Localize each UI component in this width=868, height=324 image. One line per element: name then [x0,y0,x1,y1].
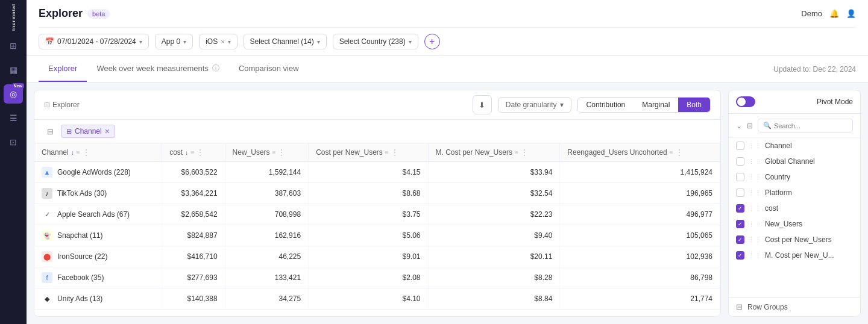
col-name-label: Cost per New_Users [765,235,853,244]
content-area: ⊟ Explorer ⬇ Date granularity ▾ Contribu… [27,83,868,324]
col-more-icon[interactable]: ⋮ [391,148,398,157]
column-list-item[interactable]: ✓ ⋮⋮ cost [729,201,860,216]
platform-filter[interactable]: iOS × ▾ [199,34,237,49]
notification-icon[interactable]: 🔔 [829,9,839,18]
col-name-label: New_Users [765,220,853,228]
cell-new-users: 133,421 [225,267,309,288]
col-more-icon[interactable]: ⋮ [83,148,90,157]
col-checkbox[interactable] [736,142,744,150]
col-more-icon[interactable]: ⋮ [521,148,528,157]
channel-filter[interactable]: Select Channel (14) ▾ [244,34,327,49]
add-filter-button[interactable]: + [424,34,440,49]
sort-desc-icon[interactable]: ↓ [185,149,188,156]
cell-cost: $140,388 [162,288,225,310]
cell-reengaged: 196,965 [560,183,720,204]
cell-cost: $3,364,221 [162,183,225,204]
col-checkbox[interactable]: ✓ [736,220,744,228]
drag-handle-icon[interactable]: ⋮⋮ [748,220,761,228]
cell-cost: $6,603,522 [162,162,225,183]
sidebar-icon-settings[interactable]: ⊡ [4,132,23,152]
col-checkbox[interactable]: ✓ [736,235,744,244]
col-checkbox[interactable]: ✓ [736,204,744,213]
cell-channel: ◆ Unity Ads (13) [34,288,162,310]
contribution-toggle[interactable]: Contribution [578,98,634,112]
sidebar-icon-grid[interactable]: ⊞ [4,36,23,55]
column-list-item[interactable]: ⋮⋮ Platform [729,185,860,201]
app-filter[interactable]: App 0 ▾ [155,34,193,49]
drag-handle-icon[interactable]: ⋮⋮ [748,158,761,166]
sidebar-icon-chart[interactable]: ▦ [4,60,23,79]
date-range-filter[interactable]: 📅 07/01/2024 - 07/28/2024 ▾ [39,34,149,49]
cell-m-cost-per-new: $22.23 [428,204,560,225]
expand-filters-icon[interactable]: ⊟ [44,125,56,137]
cell-cost: $824,887 [162,225,225,246]
date-granularity-dropdown[interactable]: Date granularity ▾ [498,97,571,113]
table-row: 👻 Snapchat (11) $824,887 162,916 $5.06 $… [34,225,720,246]
info-icon: ⓘ [212,63,219,73]
expand-all-icon[interactable]: ⌄ [736,122,742,130]
sidebar-icon-explore[interactable]: ◎ New [4,84,23,104]
col-filter-icon[interactable]: ≡ [670,149,673,156]
col-checkbox[interactable] [736,157,744,166]
drag-handle-icon[interactable]: ⋮⋮ [748,142,761,150]
cell-channel: 👻 Snapchat (11) [34,225,162,246]
col-checkbox[interactable] [736,173,744,181]
col-more-icon[interactable]: ⋮ [676,148,683,157]
column-list: ⋮⋮ Channel ⋮⋮ Global Channel ⋮⋮ Country … [729,138,860,297]
column-list-item[interactable]: ✓ ⋮⋮ Cost per New_Users [729,232,860,248]
column-search-input[interactable] [774,122,848,129]
column-list-item[interactable]: ⋮⋮ Country [729,169,860,185]
col-checkbox[interactable] [736,188,744,197]
pivot-mode-toggle[interactable] [736,96,755,107]
column-list-item[interactable]: ✓ ⋮⋮ New_Users [729,216,860,232]
col-filter-icon[interactable]: ≡ [515,149,518,156]
col-filter-icon[interactable]: ≡ [385,149,389,156]
column-list-item[interactable]: ✓ ⋮⋮ M. Cost per New_U... [729,248,860,263]
cell-reengaged: 496,977 [560,204,720,225]
drag-handle-icon[interactable]: ⋮⋮ [748,205,761,213]
country-filter-value: Select Country (238) [339,37,406,46]
logo: incrmntal [4,7,23,26]
tab-comparison[interactable]: Comparison view [229,56,309,82]
sidebar-icon-list[interactable]: ☰ [4,108,23,128]
cell-new-users: 708,998 [225,204,309,225]
column-controls: ⌄ ⊟ 🔍 [729,114,860,138]
marginal-toggle[interactable]: Marginal [634,98,678,112]
both-toggle[interactable]: Both [678,98,710,112]
column-list-item[interactable]: ⋮⋮ Channel [729,138,860,154]
user-avatar-icon[interactable]: 👤 [846,9,856,18]
close-icon[interactable]: × [221,38,224,45]
cell-channel: ⬤ IronSource (22) [34,246,162,267]
header-title: Explorer beta [39,7,110,20]
col-filter-icon[interactable]: ≡ [190,149,194,156]
collapse-all-icon[interactable]: ⊟ [747,122,753,130]
row-groups: ⊟ Row Groups [729,297,860,316]
drag-handle-icon[interactable]: ⋮⋮ [748,252,761,260]
col-name-label: Channel [765,142,853,150]
cell-channel: ✓ Apple Search Ads (67) [34,204,162,225]
download-button[interactable]: ⬇ [473,95,492,114]
cell-cost-per-new: $5.06 [309,225,428,246]
col-name-label: M. Cost per New_U... [765,251,853,260]
col-more-icon[interactable]: ⋮ [197,148,204,157]
data-table-container: Channel ↓ ≡ ⋮ cost ↓ [34,143,720,316]
tab-wow[interactable]: Week over week measurements ⓘ [87,56,228,82]
tab-explorer[interactable]: Explorer [39,56,87,82]
tabs-left: Explorer Week over week measurements ⓘ C… [39,56,309,82]
drag-handle-icon[interactable]: ⋮⋮ [748,173,761,181]
tab-wow-label: Week over week measurements [96,64,208,73]
col-filter-icon[interactable]: ≡ [77,149,80,156]
drag-handle-icon[interactable]: ⋮⋮ [748,236,761,244]
drag-handle-icon[interactable]: ⋮⋮ [748,189,761,197]
cell-reengaged: 86,798 [560,267,720,288]
col-new-users: New_Users ≡ ⋮ [225,143,309,162]
col-name-label: Platform [765,188,853,197]
column-list-item[interactable]: ⋮⋮ Global Channel [729,154,860,169]
remove-filter-icon[interactable]: × [105,127,110,136]
country-filter[interactable]: Select Country (238) ▾ [333,34,418,49]
col-more-icon[interactable]: ⋮ [278,148,285,157]
col-checkbox[interactable]: ✓ [736,251,744,260]
pivot-mode-row: Pivot Mode [729,90,860,114]
col-filter-icon[interactable]: ≡ [272,149,276,156]
sort-desc-icon[interactable]: ↓ [71,149,74,156]
